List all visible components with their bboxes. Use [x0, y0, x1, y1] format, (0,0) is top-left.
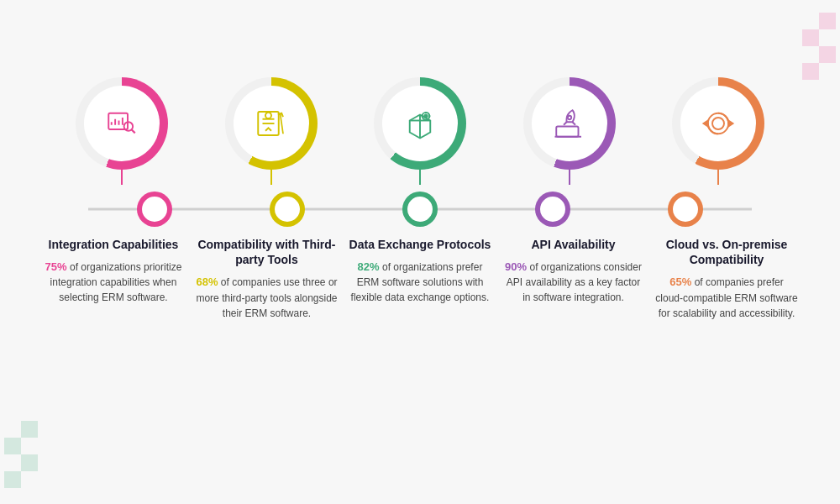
timeline-dot-col4 [537, 193, 569, 225]
ring-outer-col1 [76, 77, 168, 170]
text-col-col5: Cloud vs. On-premise Compatibility 65% o… [655, 237, 798, 321]
connector-col4 [569, 170, 570, 185]
col-title-col2: Compatibility with Third-party Tools [196, 237, 339, 267]
ring-inner-col5 [680, 86, 756, 161]
col-body-col1: 75% of organizations prioritize integrat… [42, 259, 185, 306]
deco-top-right [760, 4, 836, 83]
ring-inner-col2 [234, 86, 309, 161]
text-col-col4: API Availability 90% of organizations co… [502, 237, 645, 321]
col-title-col1: Integration Capabilities [42, 237, 185, 252]
connector-col5 [717, 170, 719, 185]
col-body-col2: 68% of companies use three or more third… [196, 274, 339, 321]
timeline-dot-col3 [404, 193, 436, 225]
svg-point-15 [424, 114, 428, 118]
text-col-col3: Data Exchange Protocols 82% of organizat… [349, 237, 491, 321]
svg-marker-26 [704, 120, 708, 126]
text-col-col1: Integration Capabilities 75% of organiza… [42, 237, 185, 321]
dot-wrap-col4 [486, 193, 619, 225]
col-body-col3: 82% of organizations prefer ERM software… [349, 259, 491, 306]
ring-inner-col4 [532, 86, 607, 161]
svg-point-10 [265, 113, 271, 118]
col-body-col4: 90% of organizations consider API availa… [502, 259, 645, 306]
ring-outer-col2 [225, 77, 318, 170]
dot-wrap-col1 [88, 193, 221, 225]
col-title-col5: Cloud vs. On-premise Compatibility [655, 237, 798, 267]
svg-line-6 [132, 129, 135, 133]
page-wrapper: Integration Capabilities 75% of organiza… [0, 0, 840, 504]
text-columns: Integration Capabilities 75% of organiza… [34, 237, 806, 321]
dot-wrap-col5 [619, 193, 752, 225]
deco-bottom-left [4, 421, 80, 500]
timeline-dot-col2 [271, 193, 303, 225]
ring-outer-col4 [523, 77, 616, 170]
icon-column-col1 [50, 77, 193, 185]
icon-column-col4 [498, 77, 641, 185]
timeline-dot-col5 [669, 193, 701, 225]
timeline-row [34, 193, 806, 225]
icons-row [34, 77, 806, 185]
dot-wrap-col3 [354, 193, 486, 225]
connector-col2 [270, 170, 272, 185]
col-body-col5: 65% of companies prefer cloud-compatible… [655, 274, 798, 321]
col-title-col4: API Availability [502, 237, 645, 252]
timeline-dot-col1 [139, 193, 171, 225]
icon-column-col3 [349, 77, 491, 185]
ring-outer-col5 [672, 77, 764, 170]
svg-marker-25 [728, 120, 732, 126]
icon-column-col2 [200, 77, 343, 185]
timeline-dots-row [88, 193, 752, 225]
page-title [34, 24, 806, 52]
col-title-col3: Data Exchange Protocols [349, 237, 491, 252]
icon-column-col5 [647, 77, 790, 185]
ring-inner-col3 [382, 86, 458, 161]
connector-col3 [419, 170, 421, 185]
svg-rect-20 [556, 126, 578, 136]
ring-inner-col1 [84, 86, 160, 161]
dot-wrap-col2 [221, 193, 354, 225]
svg-point-24 [712, 118, 724, 129]
connector-col1 [121, 170, 123, 185]
content-area: Integration Capabilities 75% of organiza… [34, 77, 806, 321]
svg-point-22 [567, 116, 570, 119]
text-col-col2: Compatibility with Third-party Tools 68%… [196, 237, 339, 321]
ring-outer-col3 [374, 77, 466, 170]
